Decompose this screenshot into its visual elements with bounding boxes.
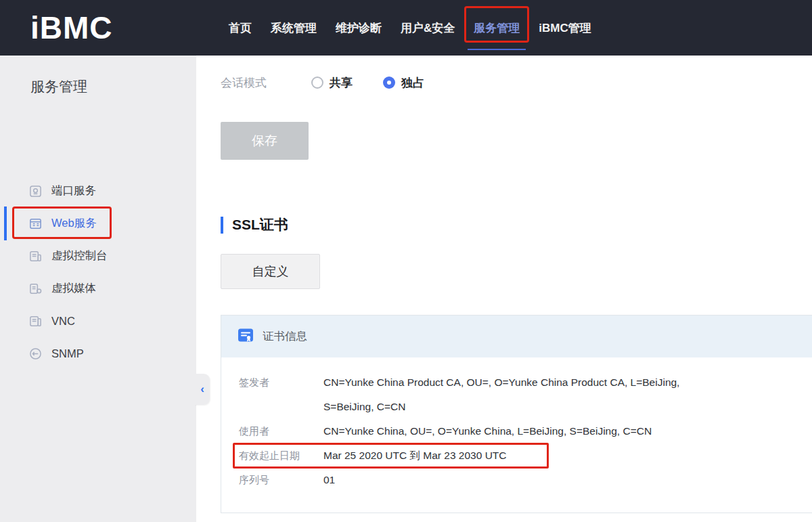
virtual-media-icon (28, 282, 42, 295)
sidebar-item-label: SNMP (51, 347, 84, 360)
top-navbar: iBMC 首页 系统管理 维护诊断 用户&安全 服务管理 iBMC管理 (0, 0, 812, 56)
ssl-section-title: SSL证书 (221, 215, 288, 234)
nav-item-maintenance-diagnosis[interactable]: 维护诊断 (336, 0, 382, 56)
session-mode-label: 会话模式 (221, 75, 311, 91)
active-tab-underline (468, 49, 526, 50)
radio-circle-icon (383, 77, 395, 89)
cert-row-issuer: 签发者 CN=Yunke China Product CA, OU=, O=Yu… (239, 370, 812, 419)
nav-item-label: 用户&安全 (401, 20, 455, 36)
primary-nav: 首页 系统管理 维护诊断 用户&安全 服务管理 iBMC管理 (229, 0, 591, 56)
nav-item-home[interactable]: 首页 (229, 0, 252, 56)
sidebar-item-label: 虚拟控制台 (51, 248, 108, 263)
main-content: 会话模式 共享 独占 保存 SSL证书 自定义 证书信息 (221, 56, 812, 522)
virtual-console-icon (28, 249, 42, 263)
sidebar-collapse-button[interactable]: ‹ (195, 374, 210, 405)
port-service-icon (28, 184, 42, 198)
cert-row-subject: 使用者 CN=Yunke China, OU=, O=Yunke China, … (239, 419, 812, 443)
nav-item-label: 首页 (229, 20, 252, 36)
nav-item-label: iBMC管理 (539, 20, 591, 36)
snmp-icon (28, 347, 42, 360)
cert-row-validity: 有效起止日期 Mar 25 2020 UTC 到 Mar 23 2030 UTC (239, 443, 812, 468)
radio-label: 共享 (330, 75, 353, 91)
sidebar-item-label: Web服务 (51, 216, 97, 231)
sidebar-item-label: 端口服务 (51, 183, 96, 198)
cert-row-label: 使用者 (239, 419, 323, 443)
radio-shared[interactable]: 共享 (311, 75, 353, 91)
sidebar-item-port-service[interactable]: 端口服务 (0, 175, 196, 207)
radio-exclusive[interactable]: 独占 (383, 75, 424, 91)
radio-circle-icon (311, 77, 323, 89)
nav-item-label: 服务管理 (474, 20, 520, 36)
section-title-text: SSL证书 (232, 215, 288, 234)
sidebar-item-virtual-media[interactable]: 虚拟媒体 (0, 272, 196, 305)
nav-item-user-security[interactable]: 用户&安全 (401, 0, 455, 56)
cert-row-value: Mar 25 2020 UTC 到 Mar 23 2030 UTC (323, 443, 507, 468)
certificate-panel-body: 签发者 CN=Yunke China Product CA, OU=, O=Yu… (221, 357, 812, 492)
sidebar-item-virtual-console[interactable]: 虚拟控制台 (0, 240, 196, 272)
section-accent-bar (221, 217, 223, 234)
sidebar: 服务管理 端口服务 Web服务 虚拟控制台 (0, 56, 196, 522)
session-mode-row: 会话模式 共享 独占 (221, 72, 424, 93)
custom-button[interactable]: 自定义 (221, 254, 320, 289)
cert-row-value: CN=Yunke China Product CA, OU=, O=Yunke … (323, 370, 699, 419)
web-service-icon (28, 217, 42, 230)
certificate-info-panel: 证书信息 签发者 CN=Yunke China Product CA, OU=,… (221, 315, 812, 513)
certificate-panel-header: 证书信息 (221, 316, 812, 357)
cert-row-label: 序列号 (239, 468, 323, 492)
certificate-icon (238, 327, 254, 346)
nav-item-ibmc-mgmt[interactable]: iBMC管理 (539, 0, 591, 56)
sidebar-menu: 端口服务 Web服务 虚拟控制台 虚拟媒体 (0, 175, 196, 370)
app-logo: iBMC (30, 0, 113, 56)
sidebar-title: 服务管理 (0, 56, 196, 96)
cert-row-value: CN=Yunke China, OU=, O=Yunke China, L=Be… (323, 419, 652, 443)
chevron-left-icon: ‹ (200, 383, 204, 396)
sidebar-item-snmp[interactable]: SNMP (0, 337, 196, 370)
cert-row-value: 01 (323, 468, 335, 492)
save-button[interactable]: 保存 (221, 122, 309, 160)
sidebar-item-web-service[interactable]: Web服务 (0, 207, 196, 240)
nav-item-label: 系统管理 (271, 20, 317, 36)
radio-label: 独占 (401, 75, 424, 91)
cert-row-label: 签发者 (239, 370, 323, 419)
cert-row-serial: 序列号 01 (239, 468, 812, 492)
cert-row-label: 有效起止日期 (239, 443, 323, 468)
nav-item-label: 维护诊断 (336, 20, 382, 36)
nav-item-system-mgmt[interactable]: 系统管理 (271, 0, 317, 56)
sidebar-item-label: VNC (51, 315, 75, 328)
active-item-indicator (4, 206, 7, 240)
nav-item-service-mgmt[interactable]: 服务管理 (474, 0, 520, 56)
sidebar-item-vnc[interactable]: VNC (0, 305, 196, 337)
sidebar-item-label: 虚拟媒体 (51, 281, 96, 296)
certificate-panel-title: 证书信息 (263, 329, 307, 344)
vnc-icon (28, 314, 42, 328)
